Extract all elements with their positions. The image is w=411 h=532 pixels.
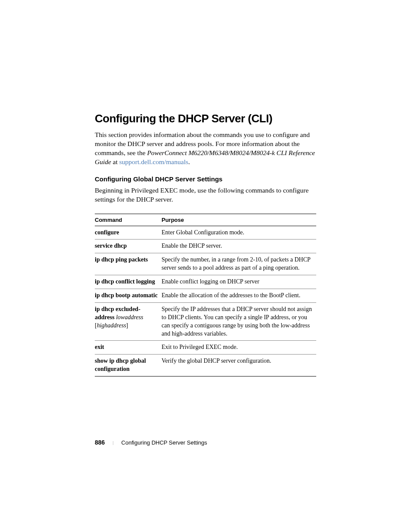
section-heading: Configuring Global DHCP Server Settings bbox=[95, 175, 316, 183]
command-table: Command Purpose configure Enter Global C… bbox=[95, 214, 316, 377]
section-paragraph: Beginning in Privileged EXEC mode, use t… bbox=[95, 186, 316, 204]
purpose-cell: Verify the global DHCP server configurat… bbox=[162, 355, 316, 376]
bracket-close: ] bbox=[126, 322, 128, 329]
document-page: Configuring the DHCP Server (CLI) This s… bbox=[0, 0, 411, 376]
command-cell: ip dhcp bootp automatic bbox=[95, 289, 162, 302]
page-footer: 886 | Configuring DHCP Server Settings bbox=[95, 439, 207, 446]
command-cell: exit bbox=[95, 341, 162, 355]
intro-paragraph: This section provides information about … bbox=[95, 131, 316, 167]
table-row: exit Exit to Privileged EXEC mode. bbox=[95, 341, 316, 355]
purpose-cell: Specify the number, in a range from 2-10… bbox=[162, 253, 316, 275]
table-row: service dhcp Enable the DHCP server. bbox=[95, 240, 316, 253]
intro-at: at bbox=[111, 158, 119, 165]
purpose-cell: Exit to Privileged EXEC mode. bbox=[162, 341, 316, 355]
command-cell: ip dhcp excluded-address lowaddress [hig… bbox=[95, 302, 162, 341]
purpose-cell: Specify the IP addresses that a DHCP ser… bbox=[162, 302, 316, 341]
table-header-row: Command Purpose bbox=[95, 214, 316, 226]
purpose-cell: Enter Global Configuration mode. bbox=[162, 226, 316, 240]
command-cell: ip dhcp ping packets bbox=[95, 253, 162, 275]
col-header-command: Command bbox=[95, 214, 162, 226]
command-param: lowaddress bbox=[116, 314, 143, 320]
command-cell: show ip dhcp global configuration bbox=[95, 355, 162, 376]
footer-section-title: Configuring DHCP Server Settings bbox=[121, 439, 207, 446]
purpose-cell: Enable conflict logging on DHCP server bbox=[162, 275, 316, 289]
purpose-cell: Enable the allocation of the addresses t… bbox=[162, 289, 316, 302]
command-cell: service dhcp bbox=[95, 240, 162, 253]
intro-period: . bbox=[188, 158, 190, 165]
footer-divider: | bbox=[112, 440, 113, 445]
page-number: 886 bbox=[95, 439, 105, 446]
support-link[interactable]: support.dell.com/manuals bbox=[119, 158, 188, 165]
table-row: ip dhcp bootp automatic Enable the alloc… bbox=[95, 289, 316, 302]
table-row: ip dhcp conflict logging Enable conflict… bbox=[95, 275, 316, 289]
page-title: Configuring the DHCP Server (CLI) bbox=[95, 112, 316, 125]
purpose-cell: Enable the DHCP server. bbox=[162, 240, 316, 253]
command-param: highaddress bbox=[97, 322, 126, 329]
table-row: configure Enter Global Configuration mod… bbox=[95, 226, 316, 240]
table-row: show ip dhcp global configuration Verify… bbox=[95, 355, 316, 376]
table-row: ip dhcp ping packets Specify the number,… bbox=[95, 253, 316, 275]
command-cell: ip dhcp conflict logging bbox=[95, 275, 162, 289]
table-row: ip dhcp excluded-address lowaddress [hig… bbox=[95, 302, 316, 341]
col-header-purpose: Purpose bbox=[162, 214, 316, 226]
command-cell: configure bbox=[95, 226, 162, 240]
